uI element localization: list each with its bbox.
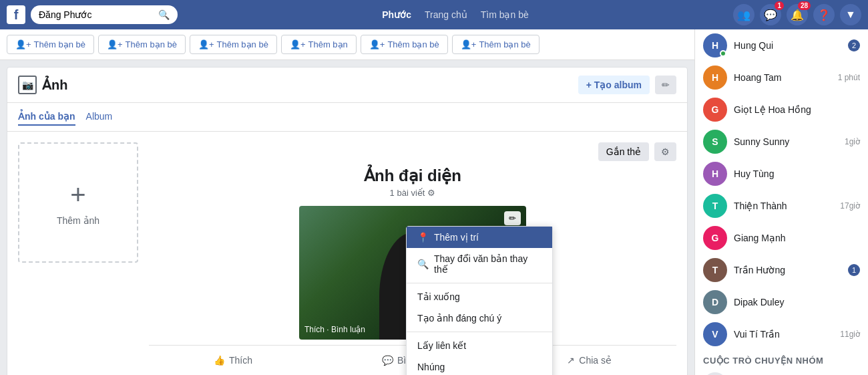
contact-item-2[interactable]: GGiọt Lệ Hoa Hồng <box>695 94 868 126</box>
contact-item-9[interactable]: VVui Tí Trần11giờ <box>695 318 868 350</box>
add-friend-icon-6: 👤+ <box>461 39 477 49</box>
contact-item-5[interactable]: TThiện Thành17giờ <box>695 190 868 222</box>
tab-album[interactable]: Album <box>86 108 113 126</box>
context-menu-item-download[interactable]: Tải xuống <box>407 286 552 307</box>
navbar: f 🔍 Phước Trang chủ Tìm bạn bè 👥 💬 1 🔔 2… <box>0 0 868 29</box>
nav-home-link[interactable]: Trang chủ <box>425 9 467 20</box>
photos-title-area: 📷 Ảnh <box>18 76 67 94</box>
contacts-list: HHung Qui2HHoang Tam1 phútGGiọt Lệ Hoa H… <box>695 29 868 350</box>
gan-the-btn[interactable]: Gắn thẻ <box>598 142 649 161</box>
menu-divider-2 <box>407 332 552 332</box>
photos-icon: 📷 <box>18 76 37 94</box>
add-friend-btn-3[interactable]: 👤+ Thêm bạn bè <box>190 35 277 54</box>
like-icon: 👍 <box>214 355 225 366</box>
add-friend-btn-2[interactable]: 👤+ Thêm bạn bè <box>98 35 186 54</box>
dropdown-btn[interactable]: ▼ <box>840 4 861 25</box>
photo-edit-btn[interactable]: ✏ <box>504 211 521 225</box>
contact-avatar: G <box>703 226 727 250</box>
navbar-center: Phước Trang chủ Tìm bạn bè <box>178 9 733 20</box>
contact-item-3[interactable]: SSunny Sunny1giờ <box>695 126 868 158</box>
friend-requests-btn[interactable]: 👥 <box>733 4 754 25</box>
facebook-logo: f <box>7 5 25 24</box>
add-photo-label: Thêm ảnh <box>57 215 99 226</box>
context-menu-item-alt-text[interactable]: 🔍 Thay đổi văn bản thay thế <box>407 248 552 280</box>
contact-name: Thiện Thành <box>734 201 833 211</box>
add-photo-placeholder[interactable]: + Thêm ảnh <box>18 142 138 263</box>
center-area: 👤+ Thêm bạn bè 👤+ Thêm bạn bè 👤+ Thêm bạ… <box>0 29 694 375</box>
add-friend-icon-4: 👤+ <box>290 39 306 49</box>
photo-content: + Thêm ảnh Gắn thẻ ⚙ Ảnh đại diện 1 bài … <box>7 132 687 375</box>
create-album-btn[interactable]: + Tạo album <box>578 76 650 94</box>
menu-divider-1 <box>407 283 552 283</box>
add-friend-btn-1[interactable]: 👤+ Thêm bạn bè <box>7 35 94 54</box>
photos-tabs: Ảnh của bạn Album <box>7 103 687 132</box>
contact-avatar: S <box>703 130 727 154</box>
add-friend-icon-3: 👤+ <box>198 39 214 49</box>
edit-btn[interactable]: ✏ <box>655 76 676 94</box>
post-title: Ảnh đại diện <box>364 166 461 185</box>
contact-avatar: H <box>703 162 727 186</box>
contact-avatar: T <box>703 258 727 282</box>
search-bar: 🔍 <box>31 5 178 24</box>
add-friend-btn-4[interactable]: 👤+ Thêm bạn <box>281 35 357 54</box>
contact-avatar: T <box>703 194 727 218</box>
contact-item-0[interactable]: HHung Qui2 <box>695 29 868 61</box>
context-menu-item-location[interactable]: 📍 Thêm vị trí <box>407 227 552 248</box>
add-friend-icon-5: 👤+ <box>369 39 385 49</box>
context-menu-item-embed[interactable]: Nhúng <box>407 356 552 375</box>
contact-avatar: H <box>703 66 727 90</box>
context-menu-item-highlight[interactable]: Tạo ảnh đáng chú ý <box>407 307 552 329</box>
share-icon: ↗ <box>567 355 575 366</box>
contact-item-7[interactable]: TTrần Hường1 <box>695 254 868 286</box>
photo-like-comment: Thích · Bình luận <box>304 325 365 334</box>
photo-wrapper: Thích · Bình luận ✏ 📍 Thêm vị trí 🔍 <box>299 206 526 340</box>
post-settings-icon: ⚙ <box>427 188 435 198</box>
nav-user-name[interactable]: Phước <box>382 9 411 20</box>
help-btn[interactable]: ❓ <box>813 4 835 25</box>
contact-name: Dipak Duley <box>734 297 860 307</box>
post-subtitle: 1 bài viết ⚙ <box>390 188 436 198</box>
contact-item-1[interactable]: HHoang Tam1 phút <box>695 61 868 94</box>
contact-time: 11giờ <box>840 330 860 339</box>
contact-item-6[interactable]: GGiang Mạnh <box>695 222 868 254</box>
group-icon: 👥 <box>703 372 727 375</box>
search-alt-icon: 🔍 <box>417 259 429 269</box>
online-indicator <box>720 50 726 57</box>
context-menu-item-link[interactable]: Lấy liên kết <box>407 335 552 356</box>
add-friend-btn-5[interactable]: 👤+ Thêm bạn bè <box>361 35 448 54</box>
photos-title: Ảnh <box>42 77 67 93</box>
nav-find-friends-link[interactable]: Tìm bạn bè <box>481 9 529 20</box>
share-btn[interactable]: ↗ Chia sẻ <box>556 351 622 370</box>
right-sidebar: HHung Qui2HHoang Tam1 phútGGiọt Lệ Hoa H… <box>694 29 868 375</box>
photos-actions: + Tạo album ✏ <box>578 76 676 94</box>
photos-section: 📷 Ảnh + Tạo album ✏ Ảnh của bạn Album + … <box>7 67 688 375</box>
gear-settings-btn[interactable]: ⚙ <box>654 142 676 161</box>
comment-icon: 💬 <box>382 355 393 366</box>
main-content: 👤+ Thêm bạn bè 👤+ Thêm bạn bè 👤+ Thêm bạ… <box>0 29 868 375</box>
location-icon: 📍 <box>417 232 429 243</box>
contact-badge: 2 <box>848 39 860 51</box>
search-icon: 🔍 <box>158 9 170 20</box>
like-btn[interactable]: 👍 Thích <box>203 351 263 370</box>
notifications-btn[interactable]: 🔔 28 <box>787 4 808 25</box>
contact-name: Giang Mạnh <box>734 233 860 243</box>
navbar-right: 👥 💬 1 🔔 28 ❓ ▼ <box>733 4 861 25</box>
search-input[interactable] <box>39 9 158 20</box>
photos-header: 📷 Ảnh + Tạo album ✏ <box>7 68 687 103</box>
contact-item-4[interactable]: HHuy Tùng <box>695 158 868 190</box>
contact-name: Vui Tí Trần <box>734 329 833 340</box>
friends-bar: 👤+ Thêm bạn bè 👤+ Thêm bạn bè 👤+ Thêm bạ… <box>0 29 694 60</box>
contact-time: 17giờ <box>840 201 860 211</box>
contact-item-8[interactable]: DDipak Duley <box>695 286 868 318</box>
contact-badge: 1 <box>848 264 860 276</box>
contact-name: Huy Tùng <box>734 168 860 179</box>
contact-avatar: D <box>703 290 727 314</box>
photo-center-area: Gắn thẻ ⚙ Ảnh đại diện 1 bài viết ⚙ Thíc… <box>149 142 676 375</box>
contact-name: Hoang Tam <box>734 72 831 83</box>
group-chat-label: CUỘC TRÒ CHUYỆN NHÓM <box>695 350 868 368</box>
add-friend-btn-6[interactable]: 👤+ Thêm bạn bè <box>452 35 539 54</box>
messages-btn[interactable]: 💬 1 <box>760 4 781 25</box>
messages-badge: 1 <box>775 1 784 10</box>
tab-my-photos[interactable]: Ảnh của bạn <box>18 108 75 126</box>
create-group-btn[interactable]: 👥 Tạo nhóm mới <box>695 368 868 375</box>
